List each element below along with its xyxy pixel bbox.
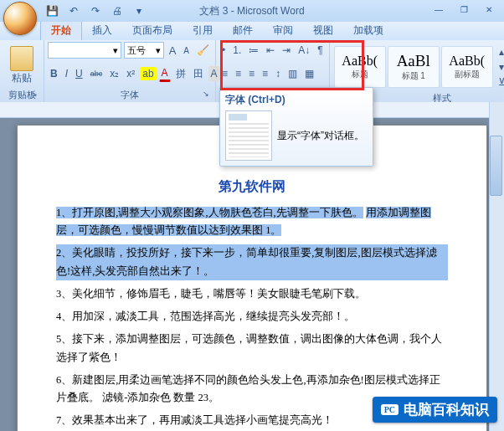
sort-button[interactable]: A↓ <box>296 43 312 58</box>
tab-layout[interactable]: 页面布局 <box>122 21 183 40</box>
multilevel-button[interactable]: ≔ <box>246 43 261 58</box>
styles-scroll-up-icon[interactable]: ▴ <box>496 44 504 59</box>
tab-insert[interactable]: 插入 <box>82 21 122 40</box>
paragraph-4: 4、用加深，减淡工具，范围选择高光，继续提亮头发亮部！。 <box>56 308 448 326</box>
align-left-button[interactable]: ≡ <box>219 66 230 81</box>
font-launcher-icon[interactable]: ↘ <box>198 87 213 100</box>
phonetic-button[interactable]: 拼 <box>173 65 188 83</box>
clipboard-icon <box>10 46 33 71</box>
paragraph-5: 5、接下来，添加调整图层，可选颜色，调整数值，调出图像的大体色调，我个人选择了紫… <box>56 331 448 367</box>
grow-font-button[interactable]: A <box>167 43 179 59</box>
superscript-button[interactable]: x² <box>124 66 137 81</box>
font-size-combo[interactable]: 五号▾ <box>124 42 164 59</box>
tab-view[interactable]: 视图 <box>303 21 343 40</box>
save-icon[interactable]: 💾 <box>42 2 62 20</box>
styles-scroll-down-icon[interactable]: ▾ <box>496 59 504 74</box>
paste-label: 粘贴 <box>12 71 32 85</box>
quick-access-toolbar: 💾 ↶ ↷ 🖨 ▾ <box>42 2 149 20</box>
indent-decrease-button[interactable]: ⇤ <box>264 43 277 58</box>
underline-button[interactable]: U <box>73 66 85 81</box>
site-watermark: PC 电脑百科知识 <box>373 397 497 423</box>
paste-button[interactable]: 粘贴 <box>3 42 40 89</box>
font-dialog-tooltip: 字体 (Ctrl+D) 显示“字体”对话框。 <box>219 87 373 167</box>
redo-icon[interactable]: ↷ <box>85 2 105 20</box>
minimize-icon[interactable]: — <box>427 2 450 17</box>
italic-button[interactable]: I <box>63 66 70 81</box>
scroll-thumb[interactable] <box>490 136 502 196</box>
quickprint-icon[interactable]: 🖨 <box>107 2 127 20</box>
highlight-button[interactable]: ab <box>140 67 156 80</box>
tooltip-thumbnail <box>225 110 272 161</box>
subscript-button[interactable]: x₂ <box>107 66 121 81</box>
chevron-down-icon: ▾ <box>156 45 161 56</box>
align-right-button[interactable]: ≡ <box>246 66 257 81</box>
window-title: 文档 3 - Microsoft Word <box>199 4 304 18</box>
numbering-button[interactable]: 1. <box>230 43 244 58</box>
ribbon-tabs: 开始 插入 页面布局 引用 邮件 审阅 视图 加载项 <box>0 22 504 40</box>
paragraph-3: 3、美化细节，修饰眉毛，睫毛，嘴唇等！美女眼睫毛笔刷下载。 <box>56 285 448 303</box>
tab-review[interactable]: 审阅 <box>263 21 303 40</box>
undo-icon[interactable]: ↶ <box>64 2 84 20</box>
tab-addins[interactable]: 加载项 <box>343 21 393 40</box>
tab-mail[interactable]: 邮件 <box>223 21 263 40</box>
strike-button[interactable]: abc <box>88 68 105 80</box>
font-family-combo[interactable]: ▾ <box>48 42 121 59</box>
clipboard-launcher-icon[interactable]: ↘ <box>27 87 42 100</box>
doc-title2: 第九软件网 <box>56 175 448 198</box>
tab-references[interactable]: 引用 <box>183 21 223 40</box>
shrink-font-button[interactable]: A <box>181 44 192 57</box>
document-page[interactable]: 巧用 Pho 第九软件网 1、打开原图,调整大小观察图象,人物肤色苍白,先调整一… <box>17 125 487 431</box>
clear-format-button[interactable]: 🧹 <box>194 43 212 58</box>
style-heading1[interactable]: AaBl标题 1 <box>388 46 440 88</box>
group-font-label: 字体 <box>48 89 212 100</box>
paragraph-2: 2、美化眼睛，投投所好，接下来一步，简单却很重要,复制图层,图层模式选择滤色!这… <box>56 244 448 280</box>
line-spacing-button[interactable]: ↕ <box>273 66 283 81</box>
border-button[interactable]: ▦ <box>302 66 316 81</box>
watermark-text: 电脑百科知识 <box>404 400 489 419</box>
restore-icon[interactable]: ❐ <box>452 2 476 17</box>
close-icon[interactable]: ✕ <box>477 2 501 17</box>
bold-button[interactable]: B <box>48 66 60 81</box>
char-border-button[interactable]: 田 <box>191 65 206 83</box>
bullets-button[interactable]: • <box>219 43 228 58</box>
paragraph-1: 1、打开原图,调整大小观察图象,人物肤色苍白,先调整一下肤色。 用添加调整图层，… <box>56 204 448 240</box>
style-subtitle[interactable]: AaBb(副标题 <box>441 46 493 88</box>
qat-more-icon[interactable]: ▾ <box>129 2 149 20</box>
align-center-button[interactable]: ≡ <box>233 66 244 81</box>
style-title[interactable]: AaBb(标题 <box>334 46 386 88</box>
align-justify-button[interactable]: ≡ <box>260 66 270 81</box>
vertical-scrollbar[interactable] <box>489 102 504 431</box>
tab-home[interactable]: 开始 <box>40 20 82 40</box>
tooltip-header: 字体 (Ctrl+D) <box>225 93 368 107</box>
styles-expand-icon[interactable]: ⊻ <box>496 74 504 90</box>
office-button[interactable] <box>3 2 37 35</box>
chevron-down-icon: ▾ <box>113 45 118 56</box>
font-color-button[interactable]: A <box>159 65 171 82</box>
tooltip-body-text: 显示“字体”对话框。 <box>277 129 364 143</box>
show-marks-button[interactable]: ¶ <box>315 43 325 58</box>
indent-increase-button[interactable]: ⇥ <box>280 43 293 58</box>
watermark-pc-badge: PC <box>381 404 399 415</box>
shading-button[interactable]: ▥ <box>285 66 300 81</box>
